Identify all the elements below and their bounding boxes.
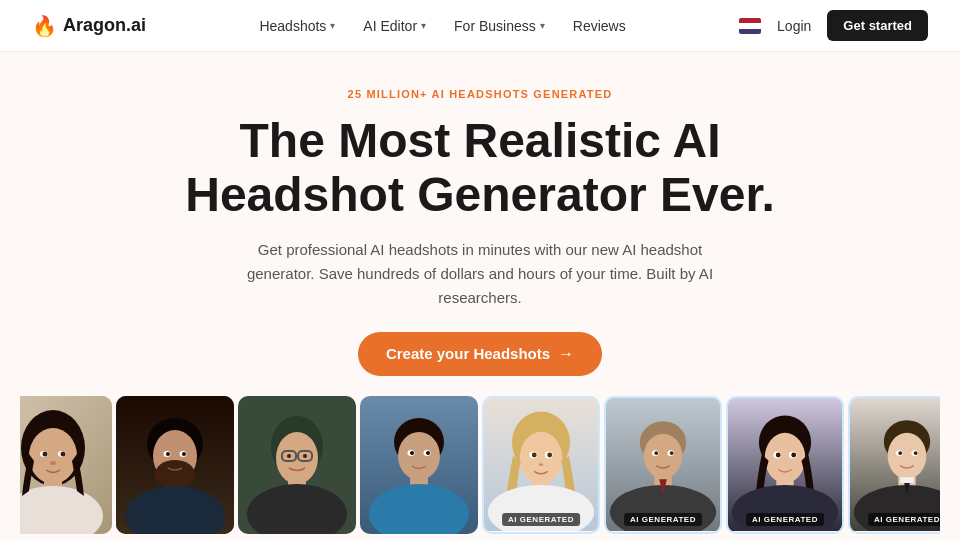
photo-card-8: AI GENERATED [848, 396, 940, 534]
svg-point-30 [287, 454, 291, 458]
svg-point-43 [520, 431, 563, 483]
svg-rect-74 [900, 477, 914, 483]
svg-point-34 [398, 432, 440, 480]
chevron-down-icon: ▾ [540, 20, 545, 31]
svg-point-71 [888, 432, 927, 478]
flame-icon: 🔥 [32, 14, 57, 38]
navbar: 🔥 Aragon.ai Headshots ▾ AI Editor ▾ For … [0, 0, 960, 52]
cta-button[interactable]: Create your Headshots → [358, 332, 602, 376]
ai-generated-badge: AI GENERATED [624, 513, 702, 526]
svg-point-48 [532, 452, 537, 457]
nav-for-business[interactable]: For Business ▾ [454, 18, 545, 34]
chevron-down-icon: ▾ [421, 20, 426, 31]
photo-card-2 [116, 396, 234, 534]
svg-point-49 [547, 452, 552, 457]
photo-card-1 [20, 396, 112, 534]
svg-point-68 [791, 452, 796, 457]
svg-point-10 [50, 461, 56, 465]
photo-card-4 [360, 396, 478, 534]
hero-badge: 25 MILLION+ AI HEADSHOTS GENERATED [348, 88, 613, 100]
svg-point-8 [43, 451, 48, 456]
svg-point-77 [898, 451, 902, 455]
ai-generated-badge: AI GENERATED [868, 513, 940, 526]
photo-card-6: AI GENERATED [604, 396, 722, 534]
hero-section: 25 MILLION+ AI HEADSHOTS GENERATED The M… [0, 52, 960, 540]
login-button[interactable]: Login [777, 18, 811, 34]
hero-title: The Most Realistic AI Headshot Generator… [20, 114, 940, 222]
chevron-down-icon: ▾ [330, 20, 335, 31]
svg-point-53 [644, 433, 683, 477]
nav-reviews[interactable]: Reviews [573, 18, 626, 34]
arrow-icon: → [558, 345, 574, 363]
hero-subtitle: Get professional AI headshots in minutes… [240, 238, 720, 310]
svg-point-50 [539, 463, 544, 466]
logo[interactable]: 🔥 Aragon.ai [32, 14, 146, 38]
svg-point-16 [155, 460, 195, 488]
svg-point-58 [654, 451, 658, 455]
svg-point-3 [29, 428, 77, 484]
svg-point-31 [303, 454, 307, 458]
svg-point-9 [61, 451, 66, 456]
svg-point-39 [410, 451, 414, 455]
us-flag-icon [739, 18, 761, 34]
logo-text: Aragon.ai [63, 15, 146, 36]
photo-card-7: AI GENERATED [726, 396, 844, 534]
svg-point-21 [182, 452, 186, 456]
ai-generated-badge: AI GENERATED [502, 513, 580, 526]
svg-point-20 [166, 452, 170, 456]
nav-headshots[interactable]: Headshots ▾ [259, 18, 335, 34]
photo-strip: AI GENERATED [20, 396, 940, 534]
photo-card-3 [238, 396, 356, 534]
nav-right: Login Get started [739, 10, 928, 41]
nav-ai-editor[interactable]: AI Editor ▾ [363, 18, 426, 34]
svg-point-59 [670, 451, 674, 455]
nav-links: Headshots ▾ AI Editor ▾ For Business ▾ R… [259, 18, 625, 34]
ai-generated-badge: AI GENERATED [746, 513, 824, 526]
svg-point-78 [914, 451, 918, 455]
get-started-button[interactable]: Get started [827, 10, 928, 41]
svg-point-62 [765, 432, 806, 482]
photo-card-5: AI GENERATED [482, 396, 600, 534]
svg-point-40 [426, 451, 430, 455]
svg-point-67 [776, 452, 781, 457]
